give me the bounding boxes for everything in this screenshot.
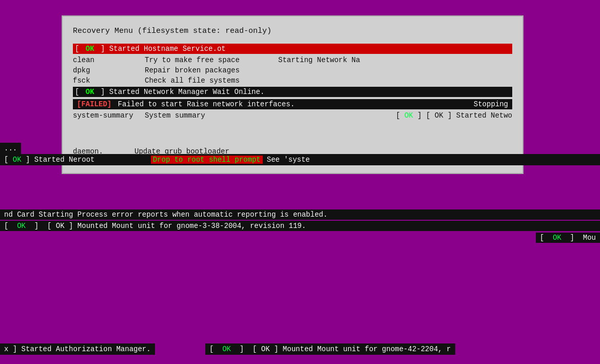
strip-ok-moun: [ OK ] Mou — [536, 233, 600, 243]
menu-col3-clean: Starting Network Na — [278, 56, 360, 64]
bracket-gnome42-right: ] — [235, 345, 248, 353]
strip-auth-manager: x ] Started Authorization Manager. — [0, 343, 155, 355]
menu-col1-fsck: fsck — [73, 76, 145, 85]
ok-badge-mounted: OK — [17, 222, 26, 230]
dots-text: ... — [4, 144, 17, 152]
panel-title: Recovery Menu (filesystem state: read-on… — [73, 27, 512, 35]
hostname-text: Started Hostname Service.ot — [109, 45, 226, 53]
menu-row-fsck: fsck Check all file systems — [73, 76, 512, 85]
neroot-suffix: See 'syste — [267, 156, 310, 164]
ok-badge-gnome42: OK — [222, 345, 231, 353]
bracket-close: ] — [96, 45, 109, 53]
bracket-gnome42-left: [ — [209, 345, 218, 353]
network-manager-text: Started Network Manager Wait Online. — [109, 88, 264, 96]
menu-col2-fsck: Check all file systems — [145, 76, 278, 85]
ok-netw-right: [ OK ] [ OK ] Started Netwo — [396, 111, 512, 120]
bracket-mounted-left: [ — [4, 222, 13, 230]
ok-badge2: OK — [86, 88, 94, 96]
failed-raise-row: [FAILED] Failed to start Raise network i… — [73, 99, 512, 109]
system-summary-row: system-summary System summary [ OK ] [ O… — [73, 111, 512, 120]
bracket-open2: [ — [75, 88, 84, 96]
menu-col1-dpkg: dpkg — [73, 66, 145, 74]
neroot-started: Started Neroot — [34, 156, 151, 164]
failed-text: Failed to start Raise network interfaces… — [113, 100, 295, 108]
menu-col2-clean: Try to make free space — [145, 56, 278, 64]
bracket-open: [ — [75, 45, 84, 53]
ok-badge-neroot: OK — [13, 156, 22, 164]
menu-col1-clean: clean — [73, 56, 145, 64]
ok-badge-moun: OK — [553, 234, 562, 242]
neroot-highlight-text: Drop to root shell prompt — [151, 156, 263, 164]
bracket-mounted-right: ] — [30, 222, 43, 230]
moun-text: Mou — [583, 234, 596, 242]
mounted-text: [ OK ] Mounted Mount unit for gnome-3-38… — [47, 222, 306, 230]
ok-hostname-row: [ OK ] Started Hostname Service.ot — [73, 44, 512, 54]
menu-col2-dpkg: Repair broken packages — [145, 66, 278, 74]
spacer — [73, 122, 512, 147]
strip-process-error: nd Card Starting Process error reports w… — [0, 209, 600, 220]
menu-row-clean: clean Try to make free space Starting Ne… — [73, 56, 512, 64]
auth-manager-text: x ] Started Authorization Manager. — [4, 345, 151, 353]
recovery-menu-panel: Recovery Menu (filesystem state: read-on… — [62, 15, 524, 174]
strip-gnome42: [ OK ] [ OK ] Mounted Mount unit for gno… — [205, 343, 455, 355]
strip-dots: ... — [0, 143, 21, 154]
strip-neroot: [ OK ] Started Neroot Drop to root shell… — [0, 154, 600, 165]
strip-mounted-gnome3: [ OK ] [ OK ] Mounted Mount unit for gno… — [0, 221, 600, 231]
stopping-text: Stopping — [474, 100, 510, 108]
syssum-col1: system-summary — [73, 111, 145, 120]
ok-badge: OK — [86, 45, 94, 53]
menu-row-dpkg: dpkg Repair broken packages — [73, 66, 512, 74]
nd-card: nd Card — [4, 210, 34, 219]
ok-badge-netw: OK — [404, 111, 413, 120]
syssum-col2: System summary — [145, 111, 278, 120]
bracket-ok-right: ] — [22, 156, 34, 164]
bracket-moun-right: ] — [566, 234, 578, 242]
process-error-text: Starting Process error reports when auto… — [38, 210, 327, 219]
gnome42-text: [ OK ] Mounted Mount unit for gnome-42-2… — [253, 345, 451, 353]
failed-badge: [FAILED] — [77, 100, 111, 108]
bracket-ok-left: [ — [4, 156, 13, 164]
bracket-moun-left: [ — [540, 234, 549, 242]
bracket-close2: ] — [96, 88, 109, 96]
ok-network-manager-row: [ OK ] Started Network Manager Wait Onli… — [73, 87, 512, 97]
